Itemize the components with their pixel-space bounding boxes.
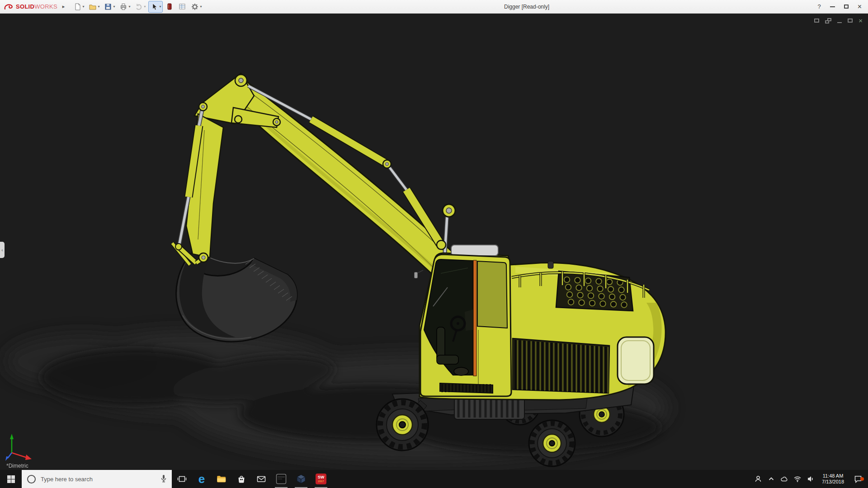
network-wifi-icon bbox=[793, 475, 802, 483]
document-window-controls: × bbox=[814, 17, 863, 24]
resources-icon bbox=[165, 3, 174, 11]
solidworks-app-icon: SW 2017 bbox=[316, 474, 326, 484]
microphone-icon[interactable] bbox=[160, 474, 167, 483]
task-pane-collapse-tab[interactable]: ‹ bbox=[0, 242, 5, 258]
design-table-button[interactable] bbox=[176, 1, 188, 13]
rear-window bbox=[618, 337, 654, 384]
windows-logo-icon bbox=[7, 475, 15, 483]
dropdown-caret[interactable]: ▾ bbox=[159, 5, 161, 9]
task-view-button[interactable] bbox=[172, 470, 192, 488]
taskbar-search[interactable] bbox=[22, 470, 172, 488]
people-button[interactable] bbox=[754, 475, 763, 483]
view-orientation-label: *Dimetric bbox=[6, 463, 28, 469]
new-document-icon bbox=[73, 3, 81, 11]
x-axis-red bbox=[25, 455, 32, 460]
solidworks-app-button[interactable]: SW 2017 bbox=[311, 470, 331, 488]
cloud-status-button[interactable] bbox=[780, 475, 789, 483]
chevron-up-icon bbox=[768, 475, 775, 483]
windows-taskbar: e bbox=[0, 470, 868, 488]
cortana-icon bbox=[27, 475, 36, 483]
people-icon bbox=[754, 475, 762, 483]
resources-button[interactable] bbox=[164, 1, 175, 13]
store-icon bbox=[236, 474, 246, 483]
window-controls: ? × bbox=[817, 3, 868, 10]
taskbar-clock[interactable]: 11:48 AM 7/13/2018 bbox=[819, 473, 847, 485]
volume-icon bbox=[807, 475, 815, 483]
maximize-icon bbox=[844, 5, 849, 9]
cad-cube-app-icon bbox=[296, 474, 307, 484]
task-view-icon bbox=[177, 474, 187, 483]
exhaust bbox=[548, 261, 553, 268]
file-explorer-button[interactable] bbox=[212, 470, 231, 488]
print-icon bbox=[119, 3, 127, 11]
window-title: Digger [Read-only] bbox=[504, 4, 549, 10]
y-axis-green bbox=[10, 434, 14, 439]
cab-pillar-stripe bbox=[473, 260, 476, 376]
terminal-app-icon bbox=[276, 474, 287, 484]
options-button[interactable]: ▾ bbox=[189, 1, 203, 13]
front-wheel-right bbox=[529, 420, 575, 466]
store-button[interactable] bbox=[231, 470, 251, 488]
gear-icon bbox=[191, 3, 199, 11]
cab-roof bbox=[451, 245, 498, 256]
notification-badge bbox=[860, 477, 864, 481]
mail-icon bbox=[256, 475, 266, 483]
search-input[interactable] bbox=[40, 469, 160, 488]
mirror bbox=[414, 272, 418, 278]
z-axis-blue bbox=[5, 456, 9, 461]
open-button[interactable]: ▾ bbox=[87, 1, 101, 13]
network-button[interactable] bbox=[793, 475, 802, 483]
help-button[interactable]: ? bbox=[817, 4, 821, 9]
clock-time: 11:48 AM bbox=[822, 473, 844, 479]
mail-button[interactable] bbox=[251, 470, 271, 488]
start-button[interactable] bbox=[0, 470, 22, 488]
brand-works: WORKS bbox=[34, 3, 57, 10]
save-button[interactable]: ▾ bbox=[102, 1, 117, 13]
maximize-button[interactable] bbox=[844, 5, 849, 9]
volume-button[interactable] bbox=[806, 475, 815, 483]
dropdown-caret[interactable]: ▾ bbox=[128, 5, 130, 9]
edge-icon: e bbox=[198, 473, 205, 485]
save-floppy-icon bbox=[104, 3, 112, 11]
quick-toolbar: ▾ ▾ ▾ bbox=[71, 1, 203, 13]
side-window bbox=[477, 261, 507, 328]
graphics-area: × ‹ *Dimetric bbox=[0, 14, 868, 470]
cascade-window-icon[interactable] bbox=[825, 18, 831, 23]
action-center-button[interactable] bbox=[851, 474, 865, 483]
taskbar-apps: e bbox=[172, 470, 331, 488]
restore-window-icon[interactable] bbox=[848, 19, 853, 23]
ds-swoosh-icon bbox=[4, 3, 14, 10]
toolbar-flyout-arrow[interactable]: ▸ bbox=[59, 4, 68, 9]
minimize-icon bbox=[830, 6, 835, 7]
select-tool-button[interactable]: ▾ bbox=[148, 1, 163, 13]
select-cursor-icon bbox=[150, 3, 158, 11]
brand-solid: SOLID bbox=[16, 3, 34, 10]
boom-arm bbox=[172, 73, 471, 292]
titlebar: SOLIDWORKS ▸ ▾ ▾ bbox=[0, 0, 868, 14]
cad-viewer-app-button[interactable] bbox=[291, 470, 311, 488]
edge-button[interactable]: e bbox=[192, 470, 212, 488]
solidworks-logo: SOLIDWORKS bbox=[0, 3, 59, 10]
cloud-icon bbox=[780, 475, 788, 483]
clock-date: 7/13/2018 bbox=[822, 479, 844, 485]
close-button[interactable]: × bbox=[858, 3, 862, 10]
dropdown-caret[interactable]: ▾ bbox=[200, 5, 202, 9]
print-button[interactable]: ▾ bbox=[118, 1, 132, 13]
dropdown-caret[interactable]: ▾ bbox=[113, 5, 115, 9]
front-wheel-left bbox=[377, 399, 428, 450]
tray-overflow-button[interactable] bbox=[767, 475, 776, 483]
solidworks-window: SOLIDWORKS ▸ ▾ ▾ bbox=[0, 0, 868, 488]
dropdown-caret[interactable]: ▾ bbox=[82, 5, 84, 9]
terminal-app-button[interactable] bbox=[271, 470, 291, 488]
new-document-button[interactable]: ▾ bbox=[71, 1, 86, 13]
dropdown-caret[interactable]: ▾ bbox=[144, 5, 146, 9]
3d-viewport-scene[interactable] bbox=[0, 14, 868, 470]
minimize-window-icon[interactable] bbox=[837, 22, 842, 23]
close-window-icon[interactable]: × bbox=[859, 17, 863, 24]
minimize-button[interactable] bbox=[830, 6, 835, 7]
orientation-triad bbox=[4, 430, 36, 463]
dropdown-caret[interactable]: ▾ bbox=[98, 5, 99, 9]
system-tray: 11:48 AM 7/13/2018 bbox=[754, 470, 868, 488]
new-window-icon[interactable] bbox=[814, 19, 819, 23]
undo-button[interactable]: ▾ bbox=[133, 1, 147, 13]
